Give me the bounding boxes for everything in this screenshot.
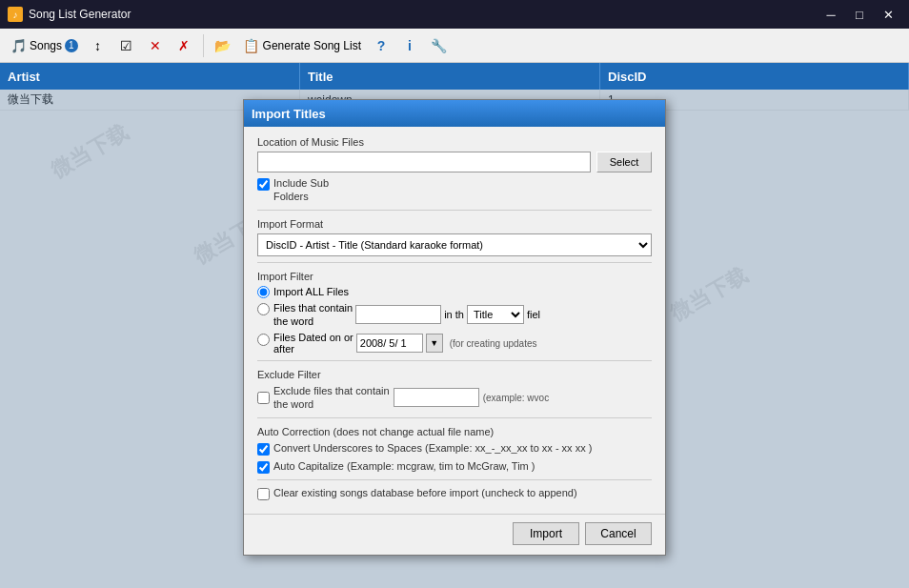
date-picker-button[interactable]: ▼ [426,334,443,353]
settings-icon: 🔧 [430,37,447,54]
clear-button[interactable]: ✗ [172,32,196,59]
cancel-button[interactable]: Cancel [585,522,652,545]
clear-icon: ✗ [175,37,192,54]
help-icon: ? [373,37,390,54]
col-header-discid[interactable]: DiscID [600,63,909,90]
exclude-label: Exclude Filter [257,369,652,380]
exclude-checkbox[interactable] [257,392,270,404]
underscores-row: Convert Underscores to Spaces (Example: … [257,441,652,456]
exclude-example: (example: wvoc [483,393,549,403]
radio-date-row: Files Dated on orafter ▼ (for creating u… [257,332,652,355]
capitalize-row: Auto Capitalize (Example: mcgraw, tim to… [257,459,652,474]
divider-5 [257,479,652,480]
radio-all-label: Import ALL Files [273,286,349,297]
window-controls: ─ □ ✕ [818,4,901,25]
filter-label: Import Filter [257,271,652,282]
divider-4 [257,417,652,418]
toolbar: 🎵 Songs 1 ↕ ☑ ✕ ✗ 📂 📋 Generate Song List… [0,29,909,63]
date-hint: (for creating updates [450,338,537,349]
sort-icon: ↕ [90,37,107,54]
title-bar: ♪ Song List Generator ─ □ ✕ [0,0,909,29]
generate-label: Generate Song List [263,39,361,52]
filter-button[interactable]: ☑ [114,32,139,59]
location-label: Location of Music Files [257,136,652,148]
radio-all[interactable] [257,286,270,298]
dialog-title: Import Titles [252,107,326,121]
radio-date[interactable] [257,334,270,346]
divider-3 [257,360,652,361]
format-select[interactable]: DiscID - Artist - Title (Standard karaok… [257,233,652,256]
select-button[interactable]: Select [596,152,652,172]
app-title: Song List Generator [29,8,812,21]
import-button[interactable]: 📂 [211,32,235,59]
include-sub-checkbox[interactable] [257,178,270,191]
exclude-row: Exclude files that containthe word (exam… [257,384,652,412]
path-input[interactable] [257,152,591,172]
delete-icon: ✕ [147,37,164,54]
import-dialog: Import Titles Location of Music Files Se… [243,99,666,556]
underscores-checkbox[interactable] [257,443,270,456]
generate-button[interactable]: 📋 Generate Song List [239,32,365,59]
songs-icon: 🎵 [10,37,27,54]
songs-toolbar-item[interactable]: 🎵 Songs 1 [6,32,82,59]
clear-db-row: Clear existing songs database before imp… [257,486,652,500]
divider-2 [257,262,652,263]
radio-word-row: Files that containthe word in th Title A… [257,301,652,329]
minimize-button[interactable]: ─ [818,4,844,25]
toolbar-separator-1 [203,34,204,57]
settings-button[interactable]: 🔧 [426,32,451,59]
clear-db-checkbox[interactable] [257,488,270,500]
path-row: Select [257,152,652,172]
include-sub-label: Include SubFolders [273,176,329,204]
radio-word[interactable] [257,303,270,315]
col-header-title[interactable]: Title [300,63,600,90]
exclude-checkbox-label: Exclude files that containthe word [273,384,390,412]
underscores-label: Convert Underscores to Spaces (Example: … [273,441,592,455]
main-area: 微当下载 weidown 1 微当下载 微当下载 微当下载 微当下载 Impor… [0,90,909,588]
dialog-body: Location of Music Files Select Include S… [244,127,665,514]
maximize-button[interactable]: □ [846,4,873,25]
auto-correction-label: Auto Correction (does not change actual … [257,426,652,437]
radio-date-label: Files Dated on orafter [273,332,354,355]
capitalize-label: Auto Capitalize (Example: mcgraw, tim to… [273,459,535,473]
field-select[interactable]: Title Artist DiscID [467,305,524,324]
table-header: Artist Title DiscID [0,63,909,90]
word-input[interactable] [355,305,441,324]
info-icon: i [401,37,418,54]
songs-label: Songs [30,39,62,52]
filter-icon: ☑ [118,37,135,54]
delete-button[interactable]: ✕ [143,32,168,59]
divider-1 [257,210,652,211]
format-label: Import Format [257,218,652,230]
date-input[interactable] [356,334,423,353]
close-button[interactable]: ✕ [875,4,901,25]
import-button[interactable]: Import [513,522,579,545]
app-icon: ♪ [8,7,23,22]
dialog-footer: Import Cancel [244,514,665,555]
include-sub-row: Include SubFolders [257,176,652,204]
radio-word-label: Files that containthe word [273,301,353,329]
modal-overlay: Import Titles Location of Music Files Se… [0,90,909,588]
help-button[interactable]: ? [369,32,394,59]
sort-button[interactable]: ↕ [86,32,111,59]
dialog-title-bar: Import Titles [244,100,665,127]
exclude-input[interactable] [394,388,479,407]
field-suffix: fiel [527,308,540,321]
songs-count: 1 [65,39,78,52]
field-in-label: in th [444,308,464,321]
capitalize-checkbox[interactable] [257,461,270,474]
col-header-artist[interactable]: Artist [0,63,300,90]
generate-icon: 📋 [243,37,260,54]
info-button[interactable]: i [397,32,422,59]
import-icon: 📂 [214,37,232,54]
radio-all-row: Import ALL Files [257,286,652,298]
clear-db-label: Clear existing songs database before imp… [273,486,577,499]
